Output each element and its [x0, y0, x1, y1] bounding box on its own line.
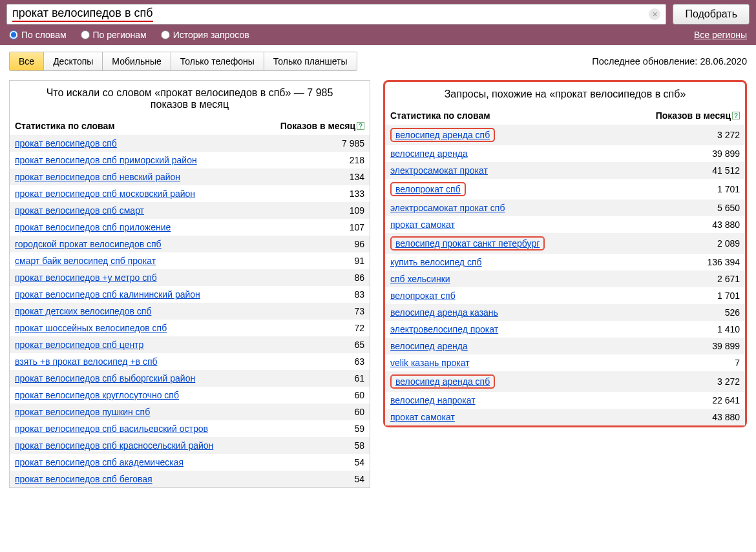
impressions-count: 134 — [350, 172, 364, 182]
keyword-link[interactable]: прокат детских велосипедов спб — [15, 306, 151, 316]
keyword-link[interactable]: прокат велосипедов спб красносельский ра… — [15, 440, 213, 451]
table-row: прокат самокат43 880 — [385, 216, 745, 233]
radio-by-words[interactable]: По словам — [9, 30, 67, 40]
region-link[interactable]: Все регионы — [694, 30, 747, 40]
impressions-count: 83 — [354, 289, 364, 300]
keyword-link[interactable]: velik казань прокат — [390, 358, 470, 368]
table-row: смарт байк велосипед спб прокат91 — [10, 252, 370, 269]
table-row: велосипед аренда спб3 272 — [385, 371, 745, 392]
keyword-link[interactable]: прокат велосипедов спб васильевский остр… — [15, 424, 208, 434]
impressions-count: 1 701 — [717, 184, 740, 194]
keyword-link[interactable]: велосипед аренда казань — [390, 307, 498, 318]
th-impressions: Показов в месяц? — [656, 110, 740, 121]
impressions-count: 3 272 — [717, 130, 740, 140]
panel-similar: Запросы, похожие на «прокат велосипедов … — [383, 80, 747, 427]
keyword-link[interactable]: прокат велосипедов спб смарт — [15, 205, 144, 216]
keyword-link[interactable]: велопрокат спб — [390, 182, 466, 196]
tab-mobile[interactable]: Мобильные — [103, 52, 171, 70]
tab-all[interactable]: Все — [10, 52, 44, 70]
keyword-link[interactable]: велопрокат спб — [390, 291, 456, 301]
impressions-count: 96 — [354, 239, 364, 249]
keyword-link[interactable]: прокат велосипедов спб — [15, 138, 117, 148]
impressions-count: 2 089 — [717, 238, 740, 249]
help-icon[interactable]: ? — [357, 122, 364, 130]
th-stats: Статистика по словам — [390, 110, 656, 121]
keyword-link[interactable]: прокат велосипедов спб калининский район — [15, 289, 200, 300]
keyword-link[interactable]: электросамокат прокат — [390, 165, 488, 176]
impressions-count: 136 394 — [707, 257, 740, 267]
keyword-link[interactable]: электросамокат прокат спб — [390, 203, 505, 213]
help-icon[interactable]: ? — [732, 112, 740, 119]
keyword-link[interactable]: велосипед аренда — [390, 148, 468, 159]
keyword-link[interactable]: прокат велосипедов спб московский район — [15, 189, 195, 199]
keyword-link[interactable]: велосипед аренда — [390, 341, 468, 351]
radio-label: История запросов — [173, 30, 249, 40]
keyword-link[interactable]: прокат велосипедов спб центр — [15, 340, 143, 350]
panel-title: Запросы, похожие на «прокат велосипедов … — [385, 82, 745, 108]
tab-desktop[interactable]: Десктопы — [44, 52, 103, 70]
keyword-link[interactable]: прокат велосипедов +у метро спб — [15, 272, 157, 283]
keyword-link[interactable]: прокат самокат — [390, 220, 455, 230]
table-row: прокат шоссейных велосипедов спб72 — [10, 320, 370, 336]
table-row: прокат детских велосипедов спб73 — [10, 303, 370, 320]
table-body: велосипед аренда спб3 272велосипед аренд… — [385, 125, 745, 425]
tab-tablets[interactable]: Только планшеты — [264, 52, 357, 70]
keyword-link[interactable]: прокат велосипедов спб приморский район — [15, 155, 197, 165]
impressions-count: 41 512 — [712, 165, 740, 176]
keyword-link[interactable]: прокат шоссейных велосипедов спб — [15, 323, 167, 333]
last-update-label: Последнее обновление: 28.06.2020 — [592, 56, 747, 66]
keyword-link[interactable]: прокат самокат — [390, 412, 455, 422]
keyword-link[interactable]: прокат велосипедов спб приложение — [15, 222, 171, 232]
radio-by-regions[interactable]: По регионам — [81, 30, 147, 40]
search-bar: прокат велосипедов в спб ✕ Подобрать По … — [0, 0, 756, 45]
keyword-link[interactable]: прокат велосипедов спб выборгский район — [15, 373, 195, 383]
keyword-link[interactable]: электровелосипед прокат — [390, 324, 498, 334]
table-row: прокат велосипедов спб академическая54 — [10, 454, 370, 471]
impressions-count: 54 — [354, 457, 364, 467]
clear-icon[interactable]: ✕ — [649, 8, 660, 20]
keyword-link[interactable]: спб хельсинки — [390, 274, 450, 284]
search-mode-radios: По словам По регионам История запросов В… — [6, 30, 750, 43]
table-row: прокат велосипедов спб беговая54 — [10, 471, 370, 487]
table-row: прокат велосипедов спб красносельский ра… — [10, 437, 370, 454]
table-row: велосипед аренда спб3 272 — [385, 125, 745, 145]
keyword-link[interactable]: велосипед прокат санкт петербург — [390, 236, 545, 250]
keyword-link[interactable]: городской прокат велосипедов спб — [15, 239, 162, 249]
keyword-link[interactable]: прокат велосипедов пушкин спб — [15, 407, 150, 417]
impressions-count: 109 — [350, 205, 364, 216]
keyword-link[interactable]: купить велосипед спб — [390, 257, 482, 267]
table-row: купить велосипед спб136 394 — [385, 254, 745, 271]
impressions-count: 39 899 — [712, 148, 740, 159]
panel-with-word: Что искали со словом «прокат велосипедов… — [9, 80, 370, 488]
keyword-link[interactable]: велосипед аренда спб — [390, 128, 495, 142]
table-row: прокат велосипедов спб выборгский район6… — [10, 370, 370, 387]
table-row: прокат велосипедов пушкин спб60 — [10, 404, 370, 420]
impressions-count: 59 — [354, 424, 364, 434]
impressions-count: 58 — [354, 440, 364, 451]
keyword-link[interactable]: прокат велосипедов круглосуточно спб — [15, 390, 179, 400]
table-row: электровелосипед прокат1 410 — [385, 321, 745, 338]
search-input[interactable]: прокат велосипедов в спб — [7, 4, 649, 25]
keyword-link[interactable]: велосипед напрокат — [390, 395, 476, 405]
tab-phones[interactable]: Только телефоны — [171, 52, 264, 70]
submit-button[interactable]: Подобрать — [673, 4, 750, 25]
impressions-count: 5 650 — [717, 203, 740, 213]
keyword-link[interactable]: смарт байк велосипед спб прокат — [15, 256, 156, 266]
keyword-link[interactable]: прокат велосипедов спб невский район — [15, 172, 180, 182]
radio-history[interactable]: История запросов — [161, 30, 249, 40]
keyword-link[interactable]: прокат велосипедов спб академическая — [15, 457, 184, 467]
table-row: прокат велосипедов спб московский район1… — [10, 185, 370, 202]
search-input-wrap[interactable]: прокат велосипедов в спб ✕ — [6, 4, 666, 25]
impressions-count: 1 701 — [717, 291, 740, 301]
table-row: велопрокат спб1 701 — [385, 287, 745, 304]
radio-label: По регионам — [93, 30, 147, 40]
keyword-link[interactable]: взять +в прокат велосипед +в спб — [15, 356, 158, 367]
keyword-link[interactable]: прокат велосипедов спб беговая — [15, 474, 152, 484]
keyword-link[interactable]: велосипед аренда спб — [390, 374, 495, 389]
impressions-count: 61 — [354, 373, 364, 383]
table-header: Статистика по словам Показов в месяц? — [385, 108, 745, 125]
radio-by-regions-input[interactable] — [81, 30, 90, 39]
radio-by-words-input[interactable] — [9, 30, 18, 39]
radio-history-input[interactable] — [161, 30, 170, 39]
th-impressions: Показов в месяц? — [280, 121, 364, 131]
